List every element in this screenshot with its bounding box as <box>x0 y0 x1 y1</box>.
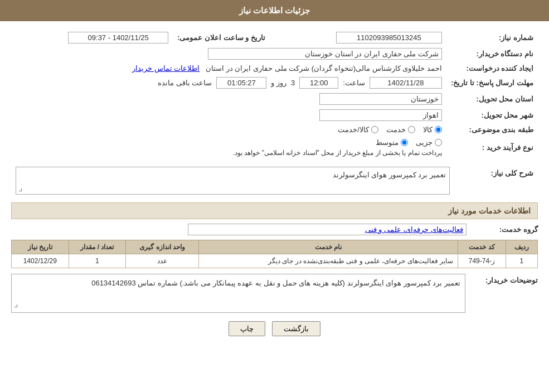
purchase-type-motavasset-input[interactable] <box>401 139 408 146</box>
cell-service-code: ز-74-749 <box>458 254 506 268</box>
purchase-type-jozi-input[interactable] <box>435 139 442 146</box>
table-row: 1 ز-74-749 سایر فعالیت‌های حرفه‌ای، علمی… <box>12 254 538 268</box>
deadline-remaining-label: ساعت باقی مانده <box>158 79 212 87</box>
cell-quantity: 1 <box>69 254 126 268</box>
deadline-date: 1402/11/28 <box>370 77 442 89</box>
deadline-time-label: ساعت: <box>343 79 365 87</box>
general-desc-box: تعمیر برد کمپرسور هوای اینگرسولرند ⌟ <box>16 167 450 195</box>
category-kala-khedmat-label: کالا/خدمت <box>338 125 369 134</box>
city-cell: اهواز <box>11 107 446 123</box>
need-number-cell: 1102093985013245 <box>276 30 446 46</box>
back-button[interactable]: بازگشت <box>272 321 320 336</box>
need-number-value: 1102093985013245 <box>336 32 442 43</box>
buyer-desc-value: تعمیر برد کمپرسور هوای اینگرسولرند (کلیه… <box>91 279 460 287</box>
col-header-date: تاریخ نیاز <box>12 240 69 254</box>
buyer-resize-handle: ⌟ <box>14 297 18 311</box>
need-number-label: شماره نیاز: <box>446 30 538 46</box>
services-table: ردیف کد خدمت نام خدمت واحد اندازه گیری ت… <box>11 240 538 268</box>
buyer-org-label: نام دستگاه خریدار: <box>446 46 538 62</box>
service-group-label: گروه خدمت: <box>471 225 538 234</box>
cell-date: 1402/12/29 <box>12 254 69 268</box>
deadline-label: مهلت ارسال پاسخ: تا تاریخ: <box>446 75 538 91</box>
col-header-service-name: نام خدمت <box>199 240 458 254</box>
announce-datetime-value: 1402/11/25 - 09:37 <box>68 32 168 43</box>
general-desc-table: شرح کلی نیاز: تعمیر برد کمپرسور هوای این… <box>11 164 538 197</box>
purchase-type-motavasset-label: متوسط <box>376 138 399 147</box>
purchase-type-label: نوع فرآیند خرید : <box>446 136 538 159</box>
service-info-header: اطلاعات خدمات مورد نیاز <box>11 202 538 219</box>
category-label: طبقه بندی موضوعی: <box>446 123 538 136</box>
deadline-remaining: 01:05:27 <box>216 77 266 89</box>
print-button[interactable]: چاپ <box>229 321 265 336</box>
category-radio-group: کالا خدمت کالا/خدمت <box>16 125 442 134</box>
general-desc-cell: تعمیر برد کمپرسور هوای اینگرسولرند ⌟ <box>11 164 454 197</box>
cell-row-num: 1 <box>506 254 537 268</box>
col-header-row-num: ردیف <box>506 240 537 254</box>
resize-handle: ⌟ <box>18 182 23 193</box>
btn-row: بازگشت چاپ <box>11 321 538 336</box>
top-info-table: شماره نیاز: 1102093985013245 تاریخ و ساع… <box>11 30 538 159</box>
purchase-type-cell: جزیی متوسط پرداخت تمام یا بخشی از مبلغ خ… <box>11 136 446 159</box>
purchase-type-radio-group: جزیی متوسط <box>16 138 442 147</box>
deadline-days-label: روز و <box>271 79 286 87</box>
cell-unit: عدد <box>126 254 199 268</box>
city-value: اهواز <box>319 109 442 121</box>
purchase-type-jozi[interactable]: جزیی <box>416 138 442 147</box>
buyer-desc-section: توضیحات خریدار: تعمیر برد کمپرسور هوای ا… <box>11 274 538 313</box>
buyer-org-value: شرکت ملی حفاری ایران در استان خوزستان <box>208 48 442 60</box>
content-area: شماره نیاز: 1102093985013245 تاریخ و ساع… <box>0 21 549 350</box>
category-radio-kala-khedmat[interactable]: کالا/خدمت <box>338 125 378 134</box>
buyer-org-cell: شرکت ملی حفاری ایران در استان خوزستان <box>11 46 446 62</box>
creator-name: احمد خلیلاوی کارشناس مالی(تنخواه گردان) … <box>206 64 442 72</box>
deadline-time: 12:00 <box>299 77 338 89</box>
page-wrapper: جزئیات اطلاعات نیاز شماره نیاز: 11020939… <box>0 0 549 392</box>
announce-datetime-cell: 1402/11/25 - 09:37 <box>11 30 173 46</box>
announce-datetime-label: تاریخ و ساعت اعلان عمومی: <box>173 30 276 46</box>
category-radio-khedmat[interactable]: خدمت <box>386 125 415 134</box>
general-desc-label: شرح کلی نیاز: <box>454 164 538 197</box>
col-header-quantity: تعداد / مقدار <box>69 240 126 254</box>
category-radio-kala[interactable]: کالا <box>423 125 442 134</box>
page-header: جزئیات اطلاعات نیاز <box>0 0 549 21</box>
category-radio-kala-input[interactable] <box>435 126 442 133</box>
purchase-type-jozi-label: جزیی <box>416 138 433 147</box>
page-title: جزئیات اطلاعات نیاز <box>239 6 310 15</box>
category-khedmat-label: خدمت <box>386 125 406 134</box>
col-header-service-code: کد خدمت <box>458 240 506 254</box>
province-cell: خوزستان <box>11 91 446 107</box>
service-group-value[interactable]: فعالیت‌های حرفه‌ای، علمی و فنی <box>188 224 467 235</box>
col-header-unit: واحد اندازه گیری <box>126 240 199 254</box>
creator-contact-link[interactable]: اطلاعات تماس خریدار <box>132 64 200 72</box>
category-cell: کالا خدمت کالا/خدمت <box>11 123 446 136</box>
category-radio-khedmat-input[interactable] <box>408 126 415 133</box>
buyer-desc-box: تعمیر برد کمپرسور هوای اینگرسولرند (کلیه… <box>11 274 465 313</box>
cell-service-name: سایر فعالیت‌های حرفه‌ای، علمی و فنی طبقه… <box>199 254 458 268</box>
service-group-row: گروه خدمت: فعالیت‌های حرفه‌ای، علمی و فن… <box>11 224 538 235</box>
purchase-type-motavasset[interactable]: متوسط <box>376 138 408 147</box>
creator-cell: احمد خلیلاوی کارشناس مالی(تنخواه گردان) … <box>11 62 446 75</box>
deadline-days: 3 <box>291 79 295 87</box>
creator-label: ایجاد کننده درخواست: <box>446 62 538 75</box>
category-kala-label: کالا <box>423 125 433 134</box>
deadline-cell: 1402/11/28 ساعت: 12:00 3 روز و 01:05:27 … <box>11 75 446 91</box>
province-label: استان محل تحویل: <box>446 91 538 107</box>
purchase-type-description: پرداخت تمام یا بخشی از مبلغ خریدار از مح… <box>16 149 442 157</box>
general-desc-value: تعمیر برد کمپرسور هوای اینگرسولرند <box>333 171 446 179</box>
category-radio-kala-khedmat-input[interactable] <box>371 126 378 133</box>
city-label: شهر محل تحویل: <box>446 107 538 123</box>
province-value: خوزستان <box>319 93 442 105</box>
buyer-desc-label: توضیحات خریدار: <box>471 274 538 284</box>
